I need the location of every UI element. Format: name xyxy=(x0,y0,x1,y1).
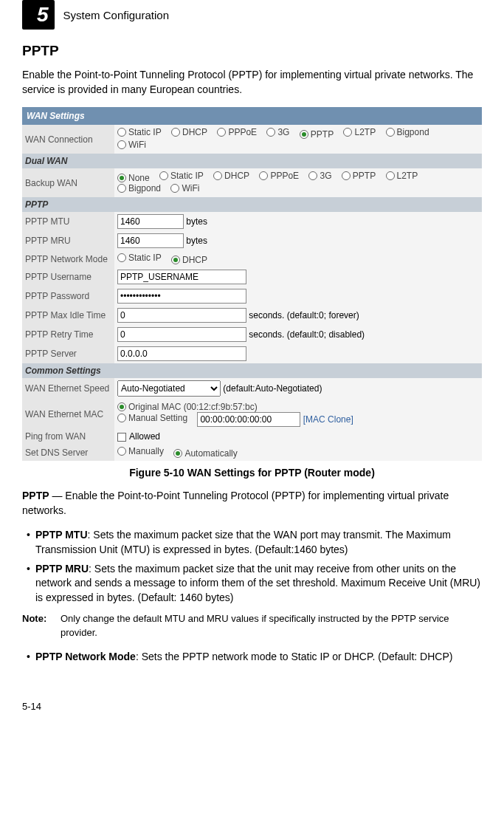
chapter-header: 5 System Configuration xyxy=(22,0,482,30)
page-number: 5-14 xyxy=(22,701,482,712)
wan-settings-header: WAN Settings xyxy=(22,107,482,125)
wan-connection-label: WAN Connection xyxy=(22,125,114,154)
pptp-retry-label: PPTP Retry Time xyxy=(22,325,114,344)
pptp-username-label: PPTP Username xyxy=(22,267,114,287)
radio-bw-l2tp[interactable]: L2TP xyxy=(386,171,418,181)
chapter-number-box: 5 xyxy=(22,0,55,30)
pptp-mtu-unit: bytes xyxy=(186,216,207,227)
radio-mac-manual[interactable]: Manual Setting xyxy=(117,413,187,423)
radio-dns-manually[interactable]: Manually xyxy=(117,446,164,456)
pptp-mtu-label: PPTP MTU xyxy=(22,212,114,231)
radio-pppoe[interactable]: PPPoE xyxy=(217,127,257,137)
pptp-max-idle-input[interactable] xyxy=(117,308,246,323)
bullet-pptp-mru: • PPTP MRU: Sets the maximum packet size… xyxy=(27,562,482,606)
pptp-retry-hint: seconds. (default:0; disabled) xyxy=(249,329,365,340)
radio-bw-dhcp[interactable]: DHCP xyxy=(213,171,249,181)
wan-settings-table: WAN Settings WAN Connection Static IP DH… xyxy=(22,107,482,461)
wan-speed-label: WAN Ethernet Speed xyxy=(22,378,114,399)
bullet-pptp-mtu: • PPTP MTU: Sets the maximum packet size… xyxy=(27,528,482,557)
radio-bw-bigpond[interactable]: Bigpond xyxy=(117,183,161,193)
pptp-server-input[interactable] xyxy=(117,346,246,361)
backup-wan-options: None Static IP DHCP PPPoE 3G PPTP L2TP B… xyxy=(114,168,482,197)
section-title: PPTP xyxy=(22,43,482,59)
wan-mac-manual-input[interactable] xyxy=(197,412,300,427)
radio-bw-pptp[interactable]: PPTP xyxy=(342,171,376,181)
note-block: Note: Only change the default MTU and MR… xyxy=(22,612,482,639)
pptp-network-mode-label: PPTP Network Mode xyxy=(22,250,114,267)
pptp-mru-input[interactable] xyxy=(117,233,184,248)
pptp-max-idle-label: PPTP Max Idle Time xyxy=(22,306,114,325)
radio-l2tp[interactable]: L2TP xyxy=(343,127,376,137)
figure-caption: Figure 5-10 WAN Settings for PPTP (Route… xyxy=(22,467,482,479)
radio-bw-static-ip[interactable]: Static IP xyxy=(159,171,204,181)
wan-mac-label: WAN Ethernet MAC xyxy=(22,399,114,429)
bullet-pptp-network-mode: • PPTP Network Mode: Sets the PPTP netwo… xyxy=(27,650,482,665)
ping-allowed-checkbox[interactable]: Allowed xyxy=(117,431,160,442)
radio-dns-auto[interactable]: Automatically xyxy=(173,448,237,459)
pptp-max-idle-hint: seconds. (default:0; forever) xyxy=(249,310,359,320)
dual-wan-subheader: Dual WAN xyxy=(22,154,482,168)
radio-dhcp[interactable]: DHCP xyxy=(171,127,207,137)
radio-mac-original[interactable]: Original MAC (00:12:cf:9b:57:bc) xyxy=(117,402,258,412)
pptp-mru-unit: bytes xyxy=(186,236,207,246)
set-dns-label: Set DNS Server xyxy=(22,444,114,461)
common-settings-subheader: Common Settings xyxy=(22,363,482,378)
mac-clone-link[interactable]: [MAC Clone] xyxy=(303,414,353,425)
ping-from-wan-label: Ping from WAN xyxy=(22,429,114,444)
radio-bw-none[interactable]: None xyxy=(117,173,150,183)
wan-connection-options: Static IP DHCP PPPoE 3G PPTP L2TP Bigpon… xyxy=(114,125,482,154)
radio-nm-static-ip[interactable]: Static IP xyxy=(117,253,162,263)
pptp-password-label: PPTP Password xyxy=(22,287,114,306)
pptp-mtu-input[interactable] xyxy=(117,214,184,229)
pptp-password-input[interactable] xyxy=(117,289,246,304)
pptp-username-input[interactable] xyxy=(117,270,246,284)
backup-wan-label: Backup WAN xyxy=(22,168,114,197)
radio-pptp[interactable]: PPTP xyxy=(300,129,334,140)
chapter-title: System Configuration xyxy=(63,9,169,21)
pptp-subheader: PPTP xyxy=(22,197,482,212)
radio-nm-dhcp[interactable]: DHCP xyxy=(171,255,207,265)
pptp-server-label: PPTP Server xyxy=(22,344,114,363)
radio-static-ip[interactable]: Static IP xyxy=(117,127,162,137)
radio-bw-3g[interactable]: 3G xyxy=(308,171,331,181)
radio-bw-wifi[interactable]: WiFi xyxy=(170,183,199,193)
radio-bw-pppoe[interactable]: PPPoE xyxy=(259,171,299,181)
radio-bigpond[interactable]: Bigpond xyxy=(386,127,429,137)
intro-paragraph: Enable the Point-to-Point Tunneling Prot… xyxy=(22,68,482,97)
radio-wifi[interactable]: WiFi xyxy=(117,140,146,150)
wan-speed-hint: (default:Auto-Negotiated) xyxy=(223,383,322,394)
radio-3g[interactable]: 3G xyxy=(266,127,289,137)
pptp-retry-input[interactable] xyxy=(117,327,246,342)
wan-speed-select[interactable]: Auto-Negotiated xyxy=(117,380,221,397)
pptp-description: PPTP — Enable the Point-to-Point Tunneli… xyxy=(22,489,482,518)
pptp-mru-label: PPTP MRU xyxy=(22,231,114,250)
